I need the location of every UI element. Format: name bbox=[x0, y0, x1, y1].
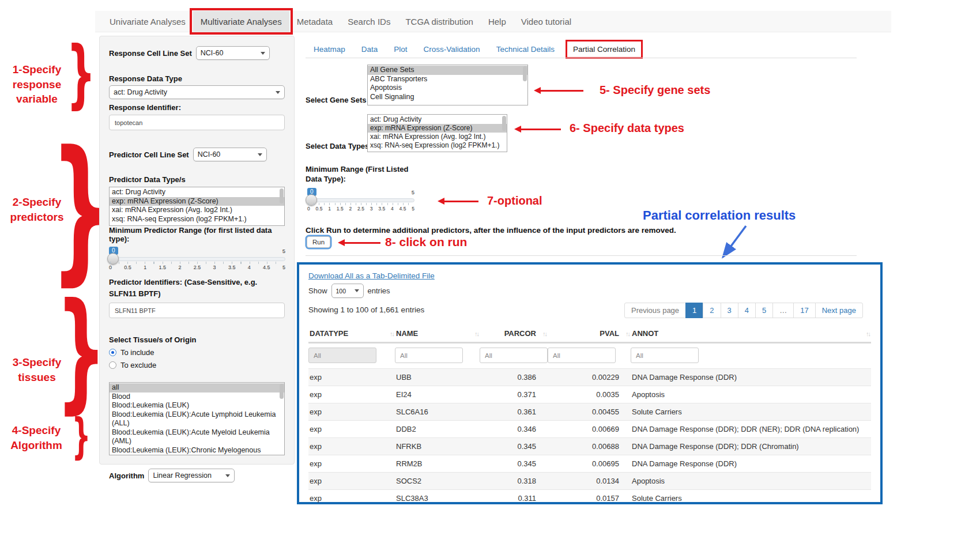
cell-pval: 0.00455 bbox=[548, 403, 631, 421]
run-button[interactable]: Run bbox=[307, 236, 330, 248]
scrollbar-thumb[interactable] bbox=[280, 188, 284, 203]
sort-icon[interactable]: ↑↓ bbox=[474, 330, 478, 337]
tissue-exclude-radio-row[interactable]: To exclude bbox=[109, 361, 285, 369]
filter-input-name[interactable] bbox=[395, 348, 463, 363]
table-row[interactable]: exp SLC38A3 0.311 0.0157 Solute Carriers bbox=[308, 490, 871, 507]
cell-annot: Solute Carriers bbox=[631, 403, 871, 421]
table-row[interactable]: exp RRM2B 0.345 0.00695 DNA Damage Respo… bbox=[308, 455, 871, 473]
page-size-select[interactable]: 100 bbox=[331, 284, 364, 298]
column-label: PVAL bbox=[600, 329, 619, 338]
predictor-cell-line-set-select[interactable]: NCI-60 bbox=[193, 148, 267, 161]
page-button-3[interactable]: 3 bbox=[721, 303, 738, 318]
scrollbar-thumb[interactable] bbox=[502, 116, 506, 131]
predictor-cell-line-set-label: Predictor Cell Line Set bbox=[109, 150, 189, 159]
cell-name: UBB bbox=[395, 369, 480, 386]
response-identifier-input[interactable] bbox=[109, 115, 285, 130]
list-option[interactable]: Blood:Leukemia (LEUK):Chronic Myelogenou… bbox=[110, 446, 284, 456]
list-option-selected[interactable]: exp: mRNA Expression (Z-Score) bbox=[110, 197, 284, 206]
table-row[interactable]: exp SLC6A16 0.361 0.00455 Solute Carrier… bbox=[308, 403, 871, 421]
previous-page-button[interactable]: Previous page bbox=[624, 303, 686, 318]
list-option-selected[interactable]: all bbox=[110, 383, 284, 393]
scrollbar-thumb[interactable] bbox=[280, 384, 284, 399]
tab-plot[interactable]: Plot bbox=[386, 45, 415, 54]
tab-heatmap[interactable]: Heatmap bbox=[306, 45, 353, 54]
tissue-listbox: all Blood Blood:Leukemia (LEUK) Blood:Le… bbox=[109, 382, 285, 455]
list-option[interactable]: xsq: RNA-seq Expression (log2 FPKM+1.) bbox=[110, 215, 284, 224]
table-row[interactable]: exp NFRKB 0.345 0.00688 DNA Damage Respo… bbox=[308, 438, 871, 455]
radio-on-icon[interactable] bbox=[109, 349, 116, 356]
scrollbar-thumb[interactable] bbox=[523, 66, 527, 81]
table-row[interactable]: exp SOCS2 0.318 0.0134 Apoptosis bbox=[308, 473, 871, 490]
algorithm-select[interactable]: Linear Regression bbox=[148, 469, 235, 482]
table-row[interactable]: exp EI24 0.371 0.0035 Apoptosis bbox=[308, 386, 871, 403]
annotation-step8: 8- click on run bbox=[385, 235, 467, 249]
nav-item-multivariate-analyses[interactable]: Multivariate Analyses bbox=[193, 11, 289, 32]
sort-icon[interactable]: ↑↓ bbox=[866, 330, 870, 337]
list-option[interactable]: Cell Signaling bbox=[368, 93, 527, 102]
next-page-button[interactable]: Next page bbox=[815, 303, 863, 318]
filter-input-parcor[interactable] bbox=[480, 348, 548, 363]
table-row[interactable]: exp UBB 0.386 0.00229 DNA Damage Respons… bbox=[308, 369, 871, 386]
list-option[interactable]: xsq: RNA-seq Expression (log2 FPKM+1.) bbox=[368, 141, 507, 150]
tab-technical-details[interactable]: Technical Details bbox=[488, 45, 563, 54]
annotation-results-label: Partial correlation results bbox=[643, 208, 796, 223]
response-data-type-select[interactable]: act: Drug Activity bbox=[109, 85, 285, 99]
radio-off-icon[interactable] bbox=[109, 361, 116, 369]
list-option[interactable]: Blood:Leukemia (LEUK):Acute Lymphoid Leu… bbox=[110, 410, 284, 428]
filter-input-datatype[interactable] bbox=[308, 348, 376, 363]
nav-item-metadata[interactable]: Metadata bbox=[289, 11, 341, 32]
slider-track[interactable] bbox=[109, 257, 285, 261]
download-tab-delimited-link[interactable]: Download All as a Tab-Delimited File bbox=[308, 271, 435, 280]
sort-icon[interactable]: ↑↓ bbox=[542, 330, 546, 337]
tab-data[interactable]: Data bbox=[353, 45, 386, 54]
tab-partial-correlation[interactable]: Partial Correlation bbox=[567, 41, 641, 58]
column-header-annot[interactable]: ANNOT↑↓ bbox=[631, 327, 871, 343]
list-option[interactable]: xai: mRNA Expression (Avg. log2 Int.) bbox=[368, 133, 507, 141]
nav-item-tcga-distribution[interactable]: TCGA distribution bbox=[398, 11, 481, 32]
tissue-exclude-label: To exclude bbox=[120, 361, 156, 369]
slider-tick-labels: 00.511.522.533.544.55 bbox=[307, 206, 414, 212]
tick-label: 2.5 bbox=[194, 265, 201, 270]
tick-label: 3 bbox=[213, 265, 216, 270]
algorithm-label: Algorithm bbox=[109, 471, 144, 480]
list-option[interactable]: Blood bbox=[110, 393, 284, 402]
page-button-1[interactable]: 1 bbox=[685, 303, 703, 318]
sort-icon[interactable]: ↑↓ bbox=[390, 330, 394, 337]
selected-value: 100 bbox=[336, 288, 346, 295]
page-button-5[interactable]: 5 bbox=[755, 303, 773, 318]
list-option[interactable]: ABC Transporters bbox=[368, 75, 527, 84]
page-button-4[interactable]: 4 bbox=[738, 303, 756, 318]
list-option[interactable]: Apoptosis bbox=[368, 84, 527, 93]
list-option[interactable]: act: Drug Activity bbox=[368, 115, 507, 124]
cell-parcor: 0.345 bbox=[480, 455, 548, 473]
list-option[interactable]: xai: mRNA Expression (Avg. log2 Int.) bbox=[110, 206, 284, 215]
nav-item-help[interactable]: Help bbox=[481, 11, 514, 32]
predictor-identifiers-input[interactable] bbox=[109, 303, 285, 318]
list-option-selected[interactable]: exp: mRNA Expression (Z-Score) bbox=[368, 124, 507, 133]
list-option[interactable]: Blood:Leukemia (LEUK) bbox=[110, 401, 284, 410]
list-option-selected[interactable]: All Gene Sets bbox=[368, 66, 527, 75]
list-option[interactable]: Blood:Leukemia (LEUK):Acute Myeloid Leuk… bbox=[110, 428, 284, 446]
page-button-2[interactable]: 2 bbox=[703, 303, 721, 318]
page-button-17[interactable]: 17 bbox=[793, 303, 815, 318]
filter-input-pval[interactable] bbox=[548, 348, 616, 363]
nav-item-search-ids[interactable]: Search IDs bbox=[340, 11, 398, 32]
tissue-include-radio-row[interactable]: To include bbox=[109, 348, 285, 357]
sort-icon[interactable]: ↑↓ bbox=[625, 330, 630, 337]
predictor-data-types-listbox: act: Drug Activity exp: mRNA Expression … bbox=[109, 187, 285, 226]
filter-input-annot[interactable] bbox=[631, 348, 699, 363]
cell-datatype: exp bbox=[308, 490, 395, 507]
list-option[interactable]: act: Drug Activity bbox=[110, 188, 284, 197]
column-header-datatype[interactable]: DATATYPE↑↓ bbox=[308, 327, 395, 343]
column-header-parcor[interactable]: PARCOR↑↓ bbox=[480, 327, 548, 343]
table-row[interactable]: exp DDB2 0.346 0.00669 DNA Damage Respon… bbox=[308, 421, 871, 438]
annotation-arrow-optional bbox=[441, 201, 478, 202]
column-header-name[interactable]: NAME↑↓ bbox=[395, 327, 480, 343]
slider-track[interactable] bbox=[307, 198, 414, 202]
nav-item-video-tutorial[interactable]: Video tutorial bbox=[514, 11, 579, 32]
nav-item-univariate-analyses[interactable]: Univariate Analyses bbox=[102, 11, 193, 32]
gene-sets-label: Select Gene Sets bbox=[306, 96, 367, 104]
column-header-pval[interactable]: PVAL↑↓ bbox=[548, 327, 631, 343]
tab-cross-validation[interactable]: Cross-Validation bbox=[416, 45, 488, 54]
response-cell-line-set-select[interactable]: NCI-60 bbox=[196, 46, 270, 60]
